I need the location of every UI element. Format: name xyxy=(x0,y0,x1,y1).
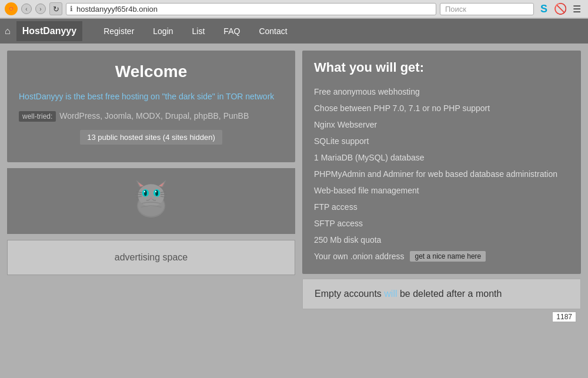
browser-toolbar: ‹ › ↻ ℹ hostdanyyyf65r4b.onion Поиск S 🚫… xyxy=(0,0,588,18)
firefox-menu-button[interactable] xyxy=(5,2,18,15)
refresh-button[interactable]: ↻ xyxy=(49,2,62,15)
url-text: hostdanyyyf65r4b.onion xyxy=(76,5,158,14)
features-title: What you will get: xyxy=(314,60,569,75)
address-bar[interactable]: ℹ hostdanyyyf65r4b.onion xyxy=(66,3,436,15)
site-brand[interactable]: HostDanyyy xyxy=(16,21,82,41)
feature-text-8: FTP access xyxy=(314,199,358,215)
features-list: Free anonymous webhosting Chose between … xyxy=(314,83,569,265)
home-icon[interactable]: ⌂ xyxy=(5,26,11,36)
svg-point-18 xyxy=(144,191,145,192)
forward-button[interactable]: › xyxy=(35,4,46,14)
feature-item-3: Nginx Webserver xyxy=(314,116,569,133)
welcome-box: Welcome HostDanyyy is the best free host… xyxy=(7,51,295,162)
block-icon[interactable]: 🚫 xyxy=(554,2,567,15)
feature-text-1: Free anonymous webhosting xyxy=(314,83,420,100)
site-navigation: ⌂ HostDanyyy Register Login List FAQ Con… xyxy=(0,19,588,44)
well-tried-section: well-tried: WordPress, Joomla, MODX, Dru… xyxy=(19,111,283,122)
info-icon: ℹ xyxy=(70,5,73,13)
feature-text-9: SFTP access xyxy=(314,215,363,232)
well-tried-badge: well-tried: xyxy=(19,111,56,122)
svg-point-19 xyxy=(155,191,156,192)
counter-box: 1187 xyxy=(552,312,576,322)
feature-item-1: Free anonymous webhosting xyxy=(314,83,569,100)
feature-text-4: SQLite support xyxy=(314,133,369,149)
page-content: Welcome HostDanyyy is the best free host… xyxy=(0,44,588,378)
feature-item-7: Web-based file management xyxy=(314,182,569,199)
nav-faq[interactable]: FAQ xyxy=(214,21,249,42)
welcome-title: Welcome xyxy=(19,62,283,81)
feature-item-4: SQLite support xyxy=(314,133,569,149)
feature-text-10: 250 Mb disk quota xyxy=(314,232,381,248)
left-panel: Welcome HostDanyyy is the best free host… xyxy=(7,51,295,309)
right-panel: What you will get: Free anonymous webhos… xyxy=(302,51,581,309)
empty-text-after: be deleted after a month xyxy=(397,289,502,299)
get-onion-name-button[interactable]: get a nice name here xyxy=(410,251,486,262)
cat-box xyxy=(7,168,295,234)
content-wrapper: Welcome HostDanyyy is the best free host… xyxy=(7,51,581,309)
feature-text-5: 1 MariaDB (MySQL) database xyxy=(314,149,425,166)
search-bar[interactable]: Поиск xyxy=(440,3,534,15)
feature-item-5: 1 MariaDB (MySQL) database xyxy=(314,149,569,166)
counter-row: 1187 xyxy=(7,309,581,325)
nav-links: Register Login List FAQ Contact xyxy=(94,21,296,42)
nav-register[interactable]: Register xyxy=(94,21,143,42)
feature-item-2: Chose between PHP 7.0, 7.1 or no PHP sup… xyxy=(314,100,569,116)
empty-accounts-text: Empty accounts will be deleted after a m… xyxy=(315,289,502,299)
search-placeholder: Поиск xyxy=(445,5,466,14)
features-box: What you will get: Free anonymous webhos… xyxy=(302,51,581,274)
menu-icon[interactable]: ☰ xyxy=(570,2,583,15)
nav-list[interactable]: List xyxy=(183,21,215,42)
feature-text-2: Chose between PHP 7.0, 7.1 or no PHP sup… xyxy=(314,100,490,116)
well-tried-text: WordPress, Joomla, MODX, Drupal, phpBB, … xyxy=(59,111,249,121)
nav-contact[interactable]: Contact xyxy=(249,21,296,42)
browser-chrome: ‹ › ↻ ℹ hostdanyyyf65r4b.onion Поиск S 🚫… xyxy=(0,0,588,19)
feature-item-10: 250 Mb disk quota xyxy=(314,232,569,248)
feature-text-6: PHPMyAdmin and Adminer for web based dat… xyxy=(314,166,557,182)
ad-box: advertising space xyxy=(7,240,295,275)
cat-image xyxy=(128,178,175,225)
feature-item-9: SFTP access xyxy=(314,215,569,232)
empty-accounts-box: Empty accounts will be deleted after a m… xyxy=(302,279,581,309)
welcome-description: HostDanyyy is the best free hosting on "… xyxy=(19,91,283,103)
feature-text-7: Web-based file management xyxy=(314,182,419,199)
empty-text-highlight: will xyxy=(384,289,397,299)
browser-actions: S 🚫 ☰ xyxy=(537,2,583,15)
feature-item-11: Your own .onion address get a nice name … xyxy=(314,248,569,265)
feature-text-3: Nginx Webserver xyxy=(314,116,377,133)
nav-login[interactable]: Login xyxy=(143,21,182,42)
feature-item-8: FTP access xyxy=(314,199,569,215)
empty-text-before: Empty accounts xyxy=(315,289,384,299)
back-button[interactable]: ‹ xyxy=(21,4,32,14)
hosted-sites-button[interactable]: 13 public hosted sites (4 sites hidden) xyxy=(80,130,222,145)
skype-icon[interactable]: S xyxy=(537,2,550,15)
svg-point-1 xyxy=(10,8,12,10)
feature-item-6: PHPMyAdmin and Adminer for web based dat… xyxy=(314,166,569,182)
ad-text: advertising space xyxy=(115,252,188,263)
feature-text-11: Your own .onion address xyxy=(314,248,406,265)
